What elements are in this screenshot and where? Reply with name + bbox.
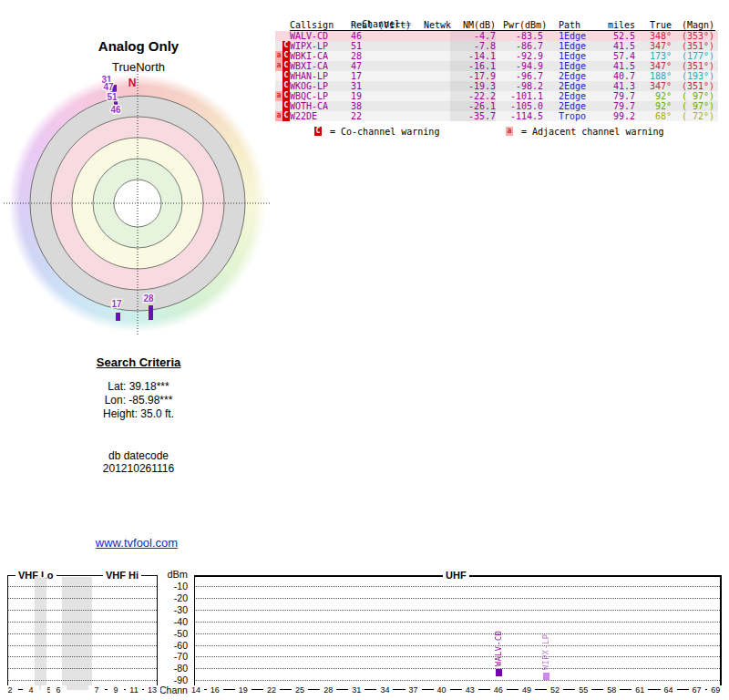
radar-label-ch46: 46 [110,105,121,115]
cell-nm-db: -19.3 [450,81,496,91]
cell-azimuth-true: 92° [635,101,672,111]
cell-nm-db: -7.8 [450,41,496,51]
cell-dist-miles: 41.5 [599,41,635,51]
cell-pwr-dbm: -92.9 [503,51,543,61]
cell-dist-miles: 99.2 [599,111,635,121]
col-header-nm: NM(dB) [450,20,496,30]
vhf-channel-tick: 4 [23,685,39,695]
dbm-gridline-right [196,656,720,657]
tvfool-report-page: Analog Only TrueNorth N 31 47 51 46 17 2… [0,0,729,700]
cell-dist-miles: 52.5 [599,31,635,41]
cell-azimuth-magnetic: (351°) [672,61,714,71]
dbm-gridline-right [196,645,720,646]
dbm-tick-label: -50 [160,628,188,639]
table-row: aCWBQC-LP19-22.2-101.12Edge79.792°( 97°) [275,91,718,101]
co-channel-warning-badge: C [282,71,290,81]
cell-callsign: WBXI-CA [290,61,351,71]
radar-marker-ch28 [149,305,153,320]
dbm-gridline-left [8,598,157,599]
cell-azimuth-magnetic: (193°) [672,71,714,81]
cell-channel-real: 47 [351,61,378,71]
height-value: Height: 35.0 ft. [47,407,230,421]
dbm-gridline-right [196,622,720,623]
dbm-gridline-right [196,598,720,599]
uhf-channel-tick: 46 [490,685,507,695]
col-header-miles: miles [599,20,635,30]
cell-channel-real: 38 [351,101,378,111]
cell-channel-real: 22 [351,111,378,121]
vhf-hi-label: VHF Hi [103,570,141,581]
uhf-channel-tick: 34 [376,685,393,695]
cell-pwr-dbm: -96.7 [503,71,543,81]
adjacent-channel-warning-badge: a [275,111,282,121]
warning-legend: C = Co-channel warning a = Adjacent chan… [275,127,718,138]
cell-path: 2Edge [559,101,595,111]
signal-label-wipx-lp: WIPX-LP [541,627,550,670]
db-datecode-label: db datecode [47,449,230,462]
dbm-gridline-left [8,610,157,611]
cell-pwr-dbm: -83.5 [503,31,543,41]
table-row: CWOTH-CA38-26.1-105.02Edge79.792°( 97°) [275,101,718,111]
adjacent-channel-key: a [506,127,513,136]
dbm-tick-label: -10 [160,581,188,592]
uhf-channel-tick: 49 [519,685,535,695]
cell-path: Tropo [559,111,595,121]
cell-azimuth-true: 92° [635,91,672,101]
table-group-headers: ==Channel== ========Signal======== Dist … [275,9,718,19]
cell-dist-miles: 57.4 [599,51,635,61]
col-header-real: Real [351,20,378,30]
cell-path: 2Edge [559,81,595,91]
table-row: aCWBKI-CA28-14.1-92.91Edge57.4173°(177°) [275,51,718,61]
search-criteria-title: Search Criteria [47,355,230,369]
uhf-channel-tick: 25 [292,685,308,695]
table-row: aCWBXI-CA47-16.1-94.91Edge41.5347°(351°) [275,61,718,71]
cell-pwr-dbm: -114.5 [503,111,543,121]
search-criteria: Search Criteria Lat: 39.18*** Lon: -85.9… [47,355,230,475]
signal-bar-wipx-lp [543,673,549,680]
cell-callsign: WKOG-LP [290,81,351,91]
dbm-tick-label: -40 [160,616,188,627]
uhf-channel-tick: 19 [235,685,252,695]
cell-callsign: WBKI-CA [290,51,351,61]
dbm-gridline-left [8,622,157,623]
cell-azimuth-magnetic: (177°) [672,51,714,61]
uhf-channel-tick: 69 [707,685,724,695]
radar-label-ch47: 47 [103,82,114,92]
station-table: ==Channel== ========Signal======== Dist … [275,7,718,153]
uhf-channel-tick: 22 [263,685,280,695]
signal-bar-walv-cd [496,669,502,676]
tvfool-link[interactable]: www.tvfool.com [46,536,228,550]
dbm-gridline-right [196,668,720,669]
col-header-callsign: Callsign [290,20,351,30]
dbm-tick-label: -80 [160,663,188,674]
uhf-channel-tick: 37 [406,685,422,695]
uhf-channel-tick: 40 [434,685,450,695]
dbm-gridline-left [8,586,157,587]
dbm-gridline-left [8,645,157,646]
dbm-gridline-left [8,633,157,634]
dbm-gridline-right [196,610,720,611]
cell-azimuth-true: 348° [635,31,672,41]
cell-pwr-dbm: -105.0 [503,101,543,111]
radar-label-ch51: 51 [107,92,118,102]
uhf-channel-tick: 61 [631,685,648,695]
dbm-gridline-right [196,586,720,587]
cell-pwr-dbm: -86.7 [503,41,543,51]
db-datecode-value: 201210261116 [47,462,230,475]
co-channel-key: C [314,127,322,136]
dbm-tick-label: -30 [160,604,188,615]
co-channel-warning-badge: C [282,91,290,101]
radar-title: Analog Only [47,38,230,54]
spectrum-chart: VHF Lo VHF Hi dBm UHF Channel -10-20-30-… [0,563,729,700]
cell-callsign: WHAN-LP [290,71,351,81]
latitude-value: Lat: 39.18*** [47,380,230,394]
vhf-channel-tick: 7 [88,685,105,695]
cell-azimuth-magnetic: ( 97°) [672,101,714,111]
dbm-tick-label: -60 [160,640,188,651]
uhf-channel-tick: 67 [689,685,705,695]
dbm-tick-label: -70 [160,651,188,662]
co-channel-text: = Co-channel warning [330,127,439,137]
col-header-path: Path [559,20,595,30]
cell-path: 2Edge [559,71,595,81]
co-channel-warning-badge: C [282,101,290,111]
